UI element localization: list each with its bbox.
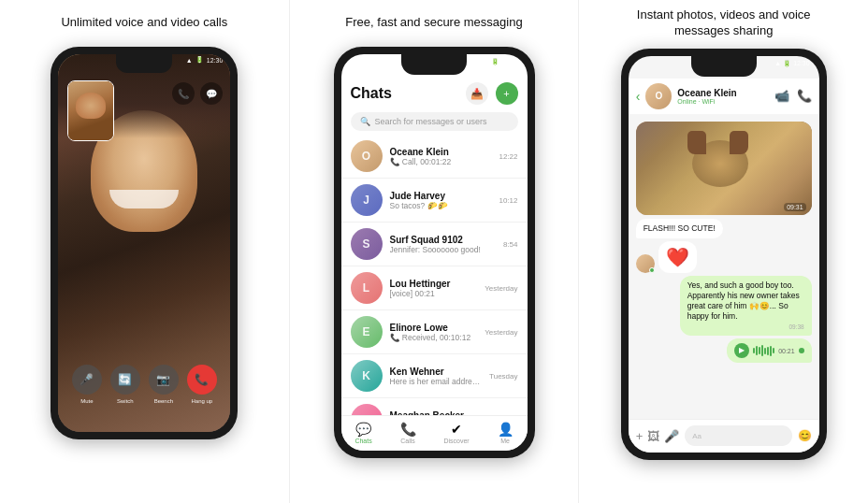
chat-time-3: Yesterday bbox=[485, 284, 517, 293]
time2: 12:30 bbox=[501, 59, 518, 65]
voice-message: ▶ 00:21 bbox=[727, 338, 812, 363]
chat-item-4[interactable]: E Elinore Lowe 📞 Received, 00:10:12 Yest… bbox=[341, 310, 528, 354]
online-indicator bbox=[649, 267, 655, 273]
voice-call-icon[interactable]: 📞 bbox=[797, 89, 812, 103]
phone1-frame: ▲ 🔋 12:30 bbox=[51, 47, 238, 439]
chat-item-1[interactable]: J Jude Harvey So tacos? 🌮🌮 10:12 bbox=[341, 179, 528, 223]
chat-info-5: Ken Wehner Here is her email address: me… bbox=[390, 366, 483, 386]
wave-bar-5 bbox=[764, 348, 766, 354]
mute-control[interactable]: 🎤 Mute bbox=[72, 365, 102, 404]
app-container: Unlimited voice and video calls ▲ 🔋 12:3… bbox=[0, 0, 868, 503]
wifi2-icon: ▲ bbox=[483, 59, 489, 65]
chat-info-3: Lou Hettinger [voice] 00:21 bbox=[390, 279, 478, 298]
notch3 bbox=[691, 56, 757, 77]
voice-dot bbox=[799, 348, 804, 353]
tab-chats[interactable]: 💬 Chats bbox=[354, 422, 371, 444]
chat-item-0[interactable]: O Oceane Klein 📞 Call, 00:01:22 12:22 bbox=[341, 135, 528, 179]
tab-me[interactable]: 👤 Me bbox=[498, 422, 514, 444]
switch-circle: 🔄 bbox=[110, 365, 140, 395]
search-placeholder: Search for messages or users bbox=[375, 117, 487, 126]
back-button[interactable]: ‹ bbox=[636, 89, 641, 104]
heart-message: ❤️ bbox=[658, 241, 697, 273]
phone-icon-btn[interactable]: 📞 bbox=[172, 82, 195, 105]
teeth bbox=[109, 190, 179, 208]
chat-preview-3: [voice] 00:21 bbox=[390, 289, 478, 298]
message-input[interactable]: Aa bbox=[685, 425, 791, 446]
calls-tab-label: Calls bbox=[400, 438, 415, 444]
input-icons: + 🖼 🎤 bbox=[636, 429, 680, 443]
self-video-inner bbox=[68, 81, 113, 140]
sent-message: Yes, and such a good boy too. Apparently… bbox=[680, 276, 812, 337]
photo-inner: 09:31 bbox=[636, 122, 812, 215]
phone2-frame: ▲ 🔋 12:30 Chats 📥 + 🔍 Search for message… bbox=[334, 47, 535, 458]
mic-icon[interactable]: 🎤 bbox=[664, 429, 679, 443]
chat-name-2: Surf Squad 9102 bbox=[390, 235, 496, 245]
chat-time-4: Yesterday bbox=[485, 328, 517, 337]
calls-tab-icon: 📞 bbox=[400, 422, 416, 437]
panel-conversation: Instant photos, videos and voice message… bbox=[579, 0, 868, 503]
chat-icon-btn[interactable]: 💬 bbox=[200, 82, 223, 105]
emoji-icon[interactable]: 😊 bbox=[798, 429, 812, 442]
photo-time: 09:31 bbox=[784, 203, 806, 211]
mute-circle: 🎤 bbox=[72, 365, 102, 395]
phone3-screen: ▲ 🔋 12:30 ‹ O Oceane Klein Online · WiFi… bbox=[629, 56, 819, 453]
battery2-icon: 🔋 bbox=[491, 58, 499, 65]
discover-tab-icon: ✔ bbox=[451, 422, 462, 437]
chat-info-0: Oceane Klein 📞 Call, 00:01:22 bbox=[390, 147, 492, 166]
hangup-control[interactable]: 📞 Hang up bbox=[187, 365, 217, 404]
chat-preview-1: So tacos? 🌮🌮 bbox=[390, 201, 492, 210]
new-chat-icon-btn[interactable]: + bbox=[496, 82, 518, 105]
chat-item-3[interactable]: L Lou Hettinger [voice] 00:21 Yesterday bbox=[341, 266, 528, 310]
flash-message: FLASH!!! SO CUTE! bbox=[636, 219, 723, 238]
avatar-1: J bbox=[351, 184, 383, 216]
notch1 bbox=[116, 54, 172, 73]
me-tab-label: Me bbox=[500, 438, 510, 444]
chat-time-5: Tuesday bbox=[489, 372, 517, 381]
conv-status: Online · WiFi bbox=[677, 98, 768, 105]
voice-play-button[interactable]: ▶ bbox=[734, 343, 749, 358]
status-bar1: ▲ 🔋 12:30 bbox=[186, 56, 223, 64]
wave-bar-4 bbox=[761, 345, 763, 356]
heart-msg-row: ❤️ bbox=[636, 241, 812, 273]
chat-preview-0: 📞 Call, 00:01:22 bbox=[390, 157, 492, 166]
chat-info-1: Jude Harvey So tacos? 🌮🌮 bbox=[390, 191, 492, 210]
camera-control[interactable]: 📷 Beench bbox=[149, 365, 179, 404]
conv-info: Oceane Klein Online · WiFi bbox=[677, 88, 768, 105]
tab-calls[interactable]: 📞 Calls bbox=[400, 422, 416, 444]
sender-avatar bbox=[636, 254, 655, 273]
archive-icon-btn[interactable]: 📥 bbox=[466, 82, 488, 105]
chat-name-0: Oceane Klein bbox=[390, 147, 492, 157]
chat-preview-2: Jennifer: Sooooooo good! bbox=[390, 245, 496, 254]
chats-tab-icon: 💬 bbox=[355, 422, 371, 437]
search-bar[interactable]: 🔍 Search for messages or users bbox=[351, 112, 518, 131]
camera-label: Beench bbox=[154, 398, 173, 404]
hangup-label: Hang up bbox=[191, 398, 212, 404]
dog-ear-right bbox=[730, 131, 748, 154]
switch-label: Switch bbox=[117, 398, 134, 404]
tab-discover[interactable]: ✔ Discover bbox=[443, 422, 469, 444]
status-bar2: ▲ 🔋 12:30 bbox=[483, 58, 517, 65]
battery-icon: 🔋 bbox=[195, 56, 204, 64]
dog-ear-left bbox=[687, 131, 706, 154]
photo-icon[interactable]: 🖼 bbox=[647, 429, 659, 443]
chat-item-5[interactable]: K Ken Wehner Here is her email address: … bbox=[341, 354, 528, 398]
me-tab-icon: 👤 bbox=[498, 422, 514, 437]
flash-msg-row: FLASH!!! SO CUTE! bbox=[636, 219, 812, 238]
self-video-thumbnail bbox=[67, 80, 114, 141]
conv-name: Oceane Klein bbox=[677, 88, 768, 98]
conv-header: ‹ O Oceane Klein Online · WiFi 📹 📞 bbox=[629, 79, 819, 114]
chat-info-4: Elinore Lowe 📞 Received, 00:10:12 bbox=[390, 323, 478, 342]
avatar-4: E bbox=[351, 316, 383, 348]
chat-name-5: Ken Wehner bbox=[390, 366, 483, 377]
sent-text: Yes, and such a good boy too. Apparently… bbox=[687, 280, 800, 321]
chat-item-2[interactable]: S Surf Squad 9102 Jennifer: Sooooooo goo… bbox=[341, 223, 528, 266]
chat-preview-4: 📞 Received, 00:10:12 bbox=[390, 333, 478, 342]
video-call-icon[interactable]: 📹 bbox=[774, 89, 789, 103]
self-face bbox=[68, 81, 113, 140]
dog-photo-bg bbox=[636, 122, 812, 215]
avatar-2: S bbox=[351, 228, 383, 260]
switch-control[interactable]: 🔄 Switch bbox=[110, 365, 140, 404]
chat-list: O Oceane Klein 📞 Call, 00:01:22 12:22 J … bbox=[341, 135, 528, 442]
plus-icon[interactable]: + bbox=[636, 429, 644, 443]
phone2-screen: ▲ 🔋 12:30 Chats 📥 + 🔍 Search for message… bbox=[341, 54, 528, 451]
